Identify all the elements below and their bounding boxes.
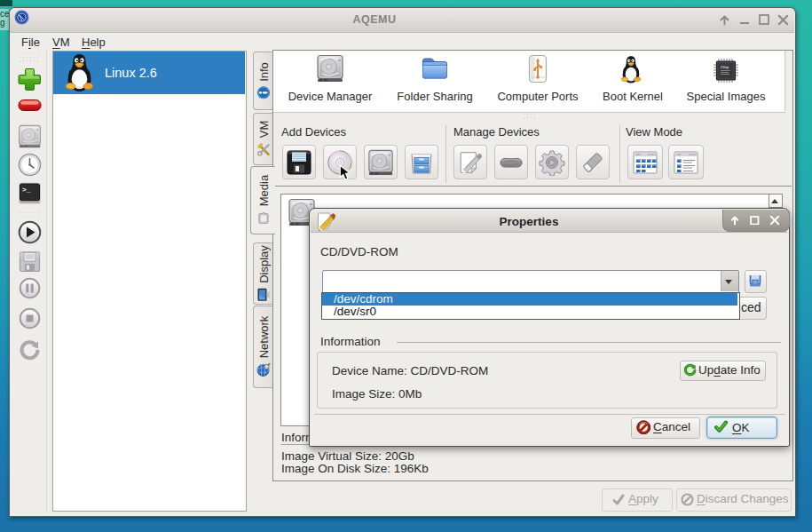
svg-text:Chip: Chip [721,65,729,69]
svg-text:>_: >_ [22,186,31,194]
